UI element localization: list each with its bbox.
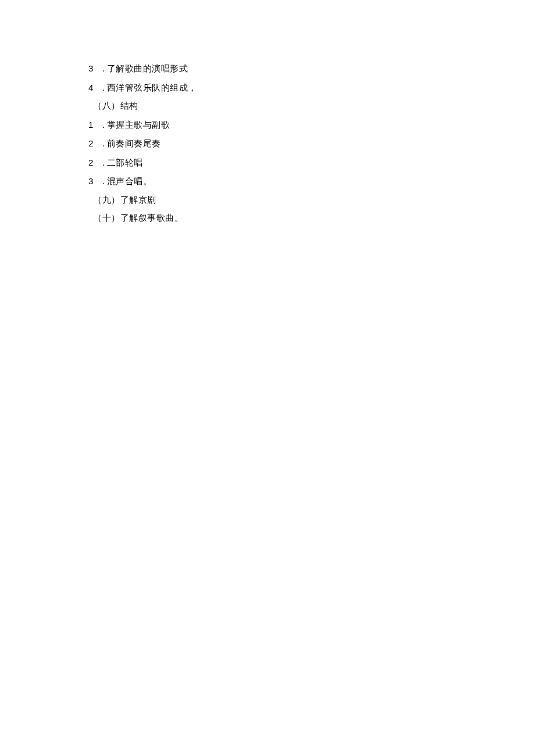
list-item: 3 . 了解歌曲的演唱形式: [88, 61, 449, 77]
list-item: （十）了解叙事歌曲。: [93, 211, 449, 226]
item-text: 前奏间奏尾奏: [107, 137, 161, 152]
list-item: 2 . 前奏间奏尾奏: [88, 136, 449, 152]
item-number: 2: [88, 155, 97, 170]
item-number: 4: [88, 80, 97, 95]
list-item: 2 . 二部轮唱: [88, 155, 449, 171]
item-separator: .: [102, 137, 105, 152]
item-separator: .: [102, 156, 105, 171]
item-number: 3: [88, 174, 97, 189]
item-separator: .: [102, 62, 105, 77]
list-item: （八）结构: [93, 99, 449, 114]
item-text: 了解歌曲的演唱形式: [107, 62, 188, 77]
item-text: 西洋管弦乐队的组成，: [107, 81, 197, 96]
item-text: 二部轮唱: [107, 156, 143, 171]
item-text: 混声合唱。: [107, 174, 152, 189]
item-separator: .: [102, 81, 105, 96]
list-item: （九）了解京剧: [93, 193, 449, 208]
item-text: 掌握主歌与副歌: [107, 118, 170, 133]
item-text: （十）了解叙事歌曲。: [93, 211, 183, 226]
list-item: 4 . 西洋管弦乐队的组成，: [88, 80, 449, 96]
item-separator: .: [102, 118, 105, 133]
list-item: 1 . 掌握主歌与副歌: [88, 117, 449, 133]
item-number: 3: [88, 61, 97, 76]
list-item: 3 . 混声合唱。: [88, 174, 449, 189]
item-text: （八）结构: [93, 99, 138, 114]
item-number: 1: [88, 117, 97, 132]
document-content: 3 . 了解歌曲的演唱形式 4 . 西洋管弦乐队的组成， （八）结构 1 . 掌…: [88, 61, 449, 230]
item-number: 2: [88, 136, 97, 151]
item-separator: .: [102, 174, 105, 189]
item-text: （九）了解京剧: [93, 193, 156, 208]
